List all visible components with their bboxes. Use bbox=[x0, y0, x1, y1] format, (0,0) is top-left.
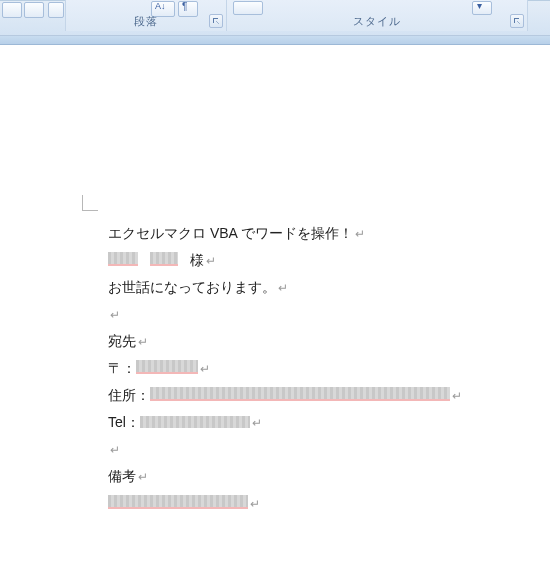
line-address: 住所：↵ bbox=[108, 382, 530, 409]
line-title: エクセルマクロ VBA でワードを操作！↵ bbox=[108, 220, 530, 247]
format-button-a[interactable] bbox=[2, 2, 22, 18]
sort-icon: A↓ bbox=[155, 1, 166, 11]
ribbon-group-paragraph: A↓ ¶ 段落 bbox=[65, 0, 227, 31]
paragraph-mark: ↵ bbox=[250, 416, 262, 430]
line-greeting: お世話になっております。↵ bbox=[108, 274, 530, 301]
paragraph-mark: ↵ bbox=[198, 362, 210, 376]
style-gallery-item[interactable] bbox=[233, 1, 263, 15]
margin-crop-mark bbox=[82, 195, 98, 211]
styles-dialog-launcher[interactable] bbox=[510, 14, 524, 28]
document-area[interactable]: エクセルマクロ VBA でワードを操作！↵ 様↵ お世話になっております。↵ ↵… bbox=[0, 45, 550, 579]
line-notes-label: 備考↵ bbox=[108, 463, 530, 490]
line-recipient: 様↵ bbox=[108, 247, 530, 274]
format-button-c[interactable] bbox=[48, 2, 64, 18]
paragraph-dialog-launcher[interactable] bbox=[209, 14, 223, 28]
launcher-arrow-icon bbox=[210, 15, 222, 27]
line-notes-value: ↵ bbox=[108, 490, 530, 517]
address-prefix-text: 住所： bbox=[108, 387, 150, 403]
notes-label-text: 備考 bbox=[108, 468, 136, 484]
postal-prefix-text: 〒： bbox=[108, 360, 136, 376]
ribbon-group-styles: ▾ スタイル bbox=[226, 0, 528, 31]
line-dest-label: 宛先↵ bbox=[108, 328, 530, 355]
line-blank-1: ↵ bbox=[108, 301, 530, 328]
redacted-postal bbox=[136, 360, 198, 374]
line-title-text: エクセルマクロ VBA でワードを操作！ bbox=[108, 225, 353, 241]
redacted-surname bbox=[108, 252, 138, 266]
launcher-arrow-icon bbox=[511, 15, 523, 27]
ribbon-group-styles-label: スタイル bbox=[227, 14, 527, 29]
redacted-given-name bbox=[150, 252, 178, 266]
tel-prefix-text: Tel： bbox=[108, 414, 140, 430]
line-postal: 〒：↵ bbox=[108, 355, 530, 382]
paragraph-mark: ↵ bbox=[450, 389, 462, 403]
paragraph-mark: ↵ bbox=[204, 254, 216, 268]
line-blank-2: ↵ bbox=[108, 436, 530, 463]
paragraph-mark: ↵ bbox=[108, 443, 120, 457]
ribbon-group-paragraph-label: 段落 bbox=[66, 14, 226, 29]
redacted-tel bbox=[140, 416, 250, 428]
honorific-text: 様 bbox=[190, 252, 204, 268]
ruler[interactable] bbox=[0, 36, 550, 45]
paragraph-mark: ↵ bbox=[136, 470, 148, 484]
redacted-address bbox=[150, 387, 450, 401]
dest-label-text: 宛先 bbox=[108, 333, 136, 349]
line-tel: Tel：↵ bbox=[108, 409, 530, 436]
style-gallery-more[interactable]: ▾ bbox=[472, 1, 492, 15]
paragraph-mark: ↵ bbox=[248, 497, 260, 511]
paragraph-mark: ↵ bbox=[108, 308, 120, 322]
paragraph-mark: ↵ bbox=[353, 227, 365, 241]
ribbon: A↓ ¶ 段落 ▾ スタイル bbox=[0, 0, 550, 36]
paragraph-mark: ↵ bbox=[136, 335, 148, 349]
redacted-notes bbox=[108, 495, 248, 509]
pilcrow-icon: ¶ bbox=[182, 1, 187, 12]
document-body[interactable]: エクセルマクロ VBA でワードを操作！↵ 様↵ お世話になっております。↵ ↵… bbox=[108, 220, 530, 517]
chevron-down-icon: ▾ bbox=[477, 0, 482, 11]
paragraph-mark: ↵ bbox=[276, 281, 288, 295]
format-button-b[interactable] bbox=[24, 2, 44, 18]
greeting-text: お世話になっております。 bbox=[108, 279, 276, 295]
